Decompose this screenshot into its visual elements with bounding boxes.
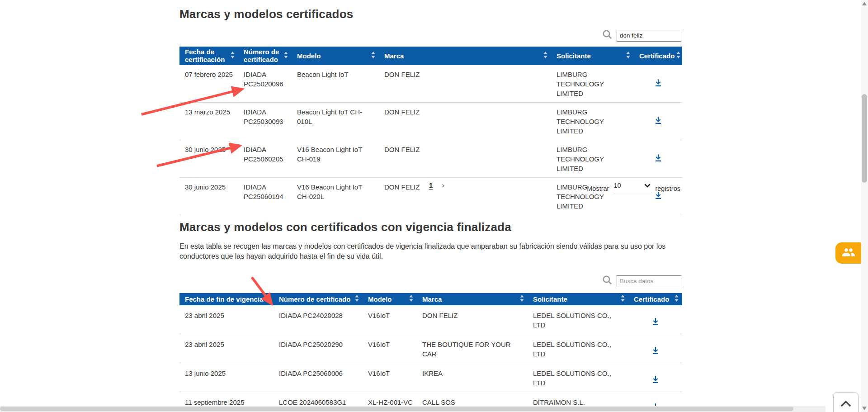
download-button[interactable] xyxy=(649,373,662,388)
header-fecha-fin-vigencia[interactable]: Fecha de fin de vigencia xyxy=(179,293,274,305)
sort-icon xyxy=(266,295,270,303)
download-icon xyxy=(651,379,660,386)
cell-solicitante: LEDEL SOLUTIONS CO., LTD xyxy=(528,334,628,363)
table-row: 30 junio 2025 IDIADA PC25060205 V16 Beac… xyxy=(179,140,682,177)
cell-marca: DON FELIZ xyxy=(379,102,551,140)
cell-numero: IDIADA PC25020290 xyxy=(274,334,363,363)
pagination: ‹ 1 › Mostrar 10 registros xyxy=(179,181,682,196)
download-button[interactable] xyxy=(651,114,665,128)
users-icon xyxy=(842,246,855,260)
sort-icon xyxy=(371,52,375,60)
cell-modelo: Beacon Light IoT CH-010L xyxy=(292,102,379,140)
cell-fecha: 13 junio 2025 xyxy=(179,363,274,392)
chevron-down-icon xyxy=(644,182,651,189)
header-fecha-certificacion[interactable]: Fecha de certificación xyxy=(179,47,238,65)
cell-modelo: V16IoT xyxy=(363,363,417,392)
cell-fecha: 30 junio 2025 xyxy=(179,140,238,177)
cell-marca: DON FELIZ xyxy=(417,305,528,334)
header-modelo[interactable]: Modelo xyxy=(363,293,417,305)
pagination-prev-button[interactable]: ‹ xyxy=(417,181,420,190)
sort-icon xyxy=(626,52,630,60)
expired-section-title: Marcas y modelos con certificados con vi… xyxy=(179,220,511,234)
sort-icon xyxy=(675,295,679,303)
certified-search-input[interactable] xyxy=(617,30,681,42)
cell-fecha: 07 febrero 2025 xyxy=(179,65,238,103)
header-certificado[interactable]: Certificado xyxy=(634,47,682,65)
sort-icon xyxy=(676,52,680,60)
expired-table-header: Fecha de fin de vigencia Número de certi… xyxy=(179,293,682,305)
cell-marca: THE BOUTIQUE FOR YOUR CAR xyxy=(417,334,528,363)
expired-table: Fecha de fin de vigencia Número de certi… xyxy=(179,293,682,412)
header-certificado[interactable]: Certificado xyxy=(628,293,682,305)
cell-marca: IKREA xyxy=(417,363,528,392)
sort-icon xyxy=(409,295,413,303)
table-row: 23 abril 2025 IDIADA PC25020290 V16IoT T… xyxy=(179,334,682,363)
scrollbar-thumb[interactable] xyxy=(0,407,793,411)
header-numero-certificado[interactable]: Número de certificado xyxy=(238,47,292,65)
cell-modelo: V16IoT xyxy=(363,305,417,334)
page-size-select[interactable]: 10 xyxy=(613,182,651,192)
sort-icon xyxy=(284,52,288,60)
scroll-up-arrow-icon[interactable] xyxy=(862,2,867,5)
cell-marca: DON FELIZ xyxy=(379,140,551,177)
cell-solicitante: LEDEL SOLUTIONS CO., LTD xyxy=(528,305,628,334)
certified-section-title: Marcas y modelos certificados xyxy=(179,7,353,21)
table-row: 07 febrero 2025 IDIADA PC25020096 Beacon… xyxy=(179,65,682,103)
download-icon xyxy=(651,321,660,328)
download-icon xyxy=(651,350,660,357)
sort-icon xyxy=(520,295,524,303)
cell-solicitante: LIMBURG TECHNOLOGY LIMITED xyxy=(551,140,634,177)
cell-modelo: Beacon Light IoT xyxy=(292,65,379,103)
header-numero-certificado[interactable]: Número de certificado xyxy=(274,293,363,305)
header-marca[interactable]: Marca xyxy=(379,47,551,65)
certificates-page: Marcas y modelos certificados Fecha de c… xyxy=(0,0,868,412)
header-solicitante[interactable]: Solicitante xyxy=(528,293,628,305)
cell-fecha: 23 abril 2025 xyxy=(179,305,274,334)
cell-fecha: 23 abril 2025 xyxy=(179,334,274,363)
vertical-scrollbar[interactable] xyxy=(861,0,868,412)
table-row: 23 abril 2025 IDIADA PC24020028 V16IoT D… xyxy=(179,305,682,334)
expired-search xyxy=(602,275,681,288)
page-size-label: Mostrar xyxy=(587,185,609,192)
sort-icon xyxy=(231,52,235,60)
download-icon xyxy=(653,82,663,89)
chevron-up-icon xyxy=(840,401,851,408)
sort-icon xyxy=(621,295,625,303)
pagination-next-button[interactable]: › xyxy=(442,181,444,190)
cell-numero: IDIADA PC25060006 xyxy=(274,363,363,392)
expired-section-description: En esta tabla se recogen las marcas y mo… xyxy=(179,242,679,261)
header-marca[interactable]: Marca xyxy=(417,293,528,305)
cell-solicitante: LIMBURG TECHNOLOGY LIMITED xyxy=(551,65,634,103)
users-fab-button[interactable] xyxy=(835,242,861,264)
page-size-suffix: registros xyxy=(655,185,680,192)
download-icon xyxy=(653,157,663,164)
download-button[interactable] xyxy=(649,344,662,359)
search-icon xyxy=(602,275,613,288)
download-button[interactable] xyxy=(651,151,665,166)
scrollbar-thumb[interactable] xyxy=(862,94,867,183)
cell-solicitante: LEDEL SOLUTIONS CO., LTD xyxy=(528,363,628,392)
scroll-to-top-button[interactable] xyxy=(833,392,859,412)
download-button[interactable] xyxy=(649,315,662,330)
download-button[interactable] xyxy=(651,76,665,91)
cell-modelo: V16 Beacon Light IoT CH-019 xyxy=(292,140,379,177)
cell-solicitante: LIMBURG TECHNOLOGY LIMITED xyxy=(551,102,634,140)
cell-numero: IDIADA PC25020096 xyxy=(238,65,292,103)
download-icon xyxy=(653,120,663,127)
scroll-down-arrow-icon[interactable] xyxy=(862,407,867,410)
horizontal-scrollbar[interactable] xyxy=(0,406,826,412)
sort-icon xyxy=(543,52,547,60)
cell-numero: IDIADA PC25030093 xyxy=(238,102,292,140)
header-solicitante[interactable]: Solicitante xyxy=(551,47,634,65)
header-modelo[interactable]: Modelo xyxy=(292,47,379,65)
cell-marca: DON FELIZ xyxy=(379,65,551,103)
table-row: 13 marzo 2025 IDIADA PC25030093 Beacon L… xyxy=(179,102,682,140)
cell-numero: IDIADA PC24020028 xyxy=(274,305,363,334)
cell-modelo: V16IoT xyxy=(363,334,417,363)
certified-search xyxy=(602,29,681,42)
search-icon xyxy=(602,29,613,42)
cell-fecha: 13 marzo 2025 xyxy=(179,102,238,140)
certified-table-header: Fecha de certificación Número de certifi… xyxy=(179,47,682,65)
expired-search-input[interactable] xyxy=(617,275,681,287)
pagination-page-1[interactable]: 1 xyxy=(429,181,433,189)
